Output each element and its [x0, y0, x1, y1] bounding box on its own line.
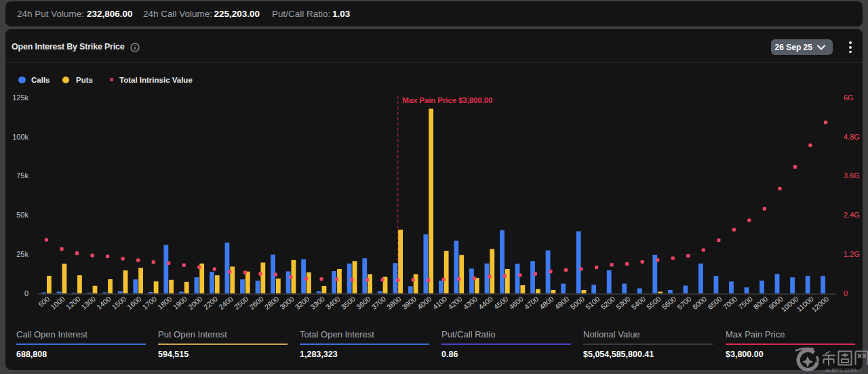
svg-text:—ALIBTC.COM—: —ALIBTC.COM—	[821, 367, 862, 373]
